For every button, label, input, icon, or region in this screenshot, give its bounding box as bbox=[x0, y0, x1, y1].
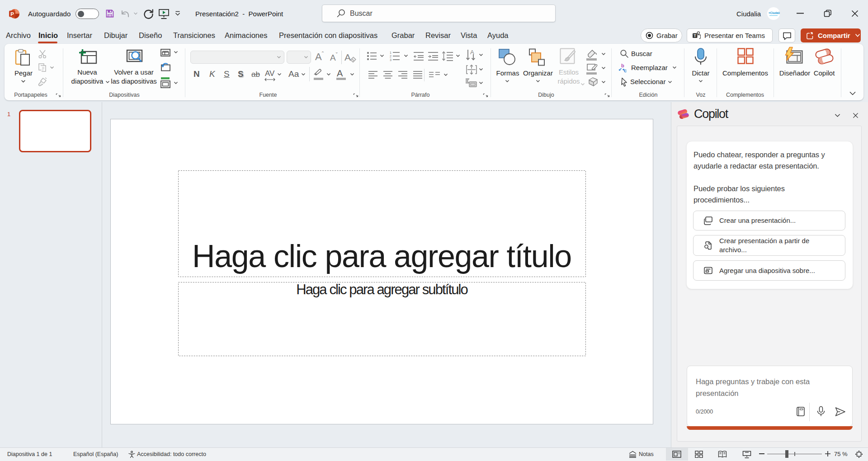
svg-text:A: A bbox=[344, 52, 351, 62]
svg-text:2: 2 bbox=[390, 55, 392, 58]
svg-text:c: c bbox=[624, 68, 627, 73]
svg-text:3: 3 bbox=[390, 58, 392, 61]
svg-text:1: 1 bbox=[390, 51, 392, 54]
